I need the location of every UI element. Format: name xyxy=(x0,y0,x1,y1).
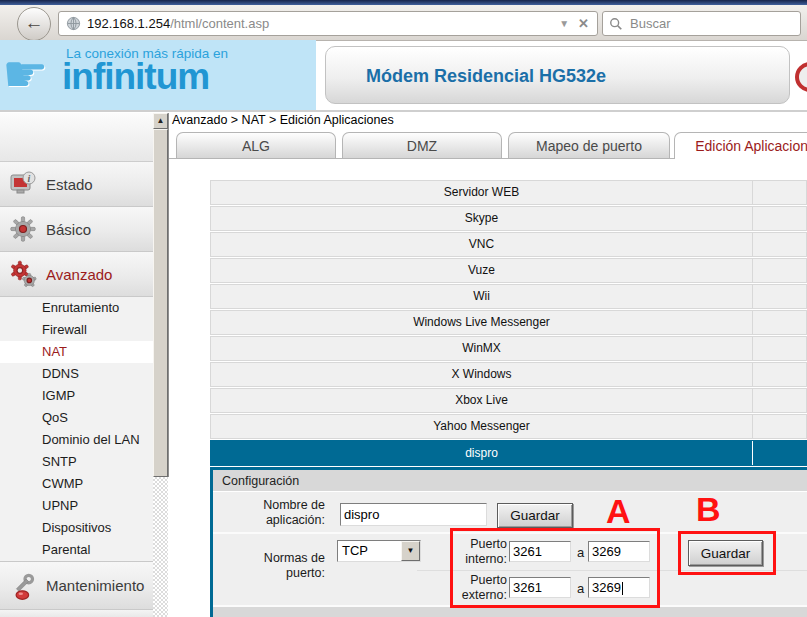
app-name: WinMX xyxy=(211,337,753,360)
sidebar-item-label: Avanzado xyxy=(46,266,112,283)
sidebar-subitem-enrutamiento[interactable]: Enrutamiento xyxy=(0,297,153,319)
app-row[interactable]: Xbox Live xyxy=(210,388,807,413)
app-name: X Windows xyxy=(211,363,753,386)
sidebar-subitem-firewall[interactable]: Firewall xyxy=(0,319,153,341)
status-monitor-icon: i xyxy=(6,169,40,199)
app-row-selected[interactable]: dispro xyxy=(210,440,807,466)
sidebar-subitem-dispositivos[interactable]: Dispositivos xyxy=(0,517,153,539)
sidebar-item-mantenimiento[interactable]: Mantenimiento xyxy=(0,561,153,610)
sidebar-bottom-band xyxy=(0,610,153,617)
annotation-box-a xyxy=(450,528,660,608)
url-stop-icon[interactable]: ✕ xyxy=(578,16,589,31)
wrench-icon xyxy=(6,571,40,601)
tab-dmz[interactable]: DMZ xyxy=(342,132,502,158)
sidebar-subitem-nat[interactable]: NAT xyxy=(0,341,153,363)
sidebar-subitem-sntp[interactable]: SNTP xyxy=(0,451,153,473)
annotation-letter-b: B xyxy=(696,490,721,529)
sidebar-subitem-dominio-del-lan[interactable]: Dominio del LAN xyxy=(0,429,153,451)
url-bar[interactable]: 192.168.1.254/html/content.asp ▼ ✕ xyxy=(58,11,598,36)
back-arrow-icon: ← xyxy=(25,12,44,33)
app-name: VNC xyxy=(211,233,753,256)
sidebar-item-label: Estado xyxy=(46,176,93,193)
sidebar-item-basico[interactable]: Básico xyxy=(0,207,153,252)
annotation-letter-a: A xyxy=(606,492,631,531)
sidebar-item-estado[interactable]: i Estado xyxy=(0,162,153,207)
name-label: Nombre deaplicación: xyxy=(215,498,325,528)
globe-icon xyxy=(66,16,81,31)
sidebar-subitem-upnp[interactable]: UPNP xyxy=(0,495,153,517)
protocol-value: TCP xyxy=(338,541,401,561)
scrollbar-track xyxy=(153,477,168,617)
back-button[interactable]: ← xyxy=(17,7,51,41)
app-row[interactable]: Servidor WEB xyxy=(210,180,807,205)
gears-icon xyxy=(6,260,40,288)
device-title-panel: Módem Residencial HG532e xyxy=(325,46,790,104)
header-divider xyxy=(0,110,807,112)
tab-alg[interactable]: ALG xyxy=(176,132,336,158)
sidebar-top-band xyxy=(0,113,153,162)
app-name: Servidor WEB xyxy=(211,181,753,204)
config-title: Configuración xyxy=(213,470,807,492)
sidebar-subitem-igmp[interactable]: IGMP xyxy=(0,385,153,407)
port-rules-label: Normas depuerto: xyxy=(215,551,325,581)
svg-text:i: i xyxy=(28,173,31,184)
app-name: Xbox Live xyxy=(211,389,753,412)
scrollbar-thumb[interactable] xyxy=(153,129,168,477)
search-input[interactable] xyxy=(628,15,807,32)
sidebar-item-label: Básico xyxy=(46,221,91,238)
app-row[interactable]: Skype xyxy=(210,206,807,231)
app-row[interactable]: Vuze xyxy=(210,258,807,283)
app-row[interactable]: X Windows xyxy=(210,362,807,387)
search-icon xyxy=(609,17,623,31)
save-name-button[interactable]: Guardar xyxy=(497,503,573,528)
sidebar-subitem-cwmp[interactable]: CWMP xyxy=(0,473,153,495)
frame-border xyxy=(168,113,169,477)
logo-brand: infinitum xyxy=(62,56,209,98)
page-title: Módem Residencial HG532e xyxy=(366,66,606,86)
annotation-box-b xyxy=(678,531,776,575)
app-name: Vuze xyxy=(211,259,753,282)
app-row[interactable]: WinMX xyxy=(210,336,807,361)
app-name: Windows Live Messenger xyxy=(211,311,753,334)
url-dropdown-icon[interactable]: ▼ xyxy=(559,18,569,29)
chevron-down-icon: ▼ xyxy=(401,541,420,561)
app-name: Skype xyxy=(211,207,753,230)
browser-window: ← 192.168.1.254/html/content.asp ▼ ✕ ☛ L… xyxy=(0,0,807,617)
sidebar-submenu: Enrutamiento Firewall NAT DDNS IGMP QoS … xyxy=(0,297,153,561)
sidebar-item-avanzado[interactable]: Avanzado xyxy=(0,252,153,297)
power-icon xyxy=(795,62,807,92)
breadcrumb: Avanzado > NAT > Edición Aplicaciones xyxy=(172,113,394,127)
sidebar-item-label: Mantenimiento xyxy=(46,577,144,594)
app-name: dispro xyxy=(211,441,753,465)
app-name: Yahoo Messenger xyxy=(211,415,753,438)
search-bar xyxy=(602,11,801,36)
tab-edicion-aplicaciones[interactable]: Edición Aplicaciones xyxy=(674,132,807,159)
app-row[interactable]: Yahoo Messenger xyxy=(210,414,807,439)
url-path: /html/content.asp xyxy=(170,16,269,31)
application-name-input[interactable] xyxy=(340,503,487,526)
sidebar-subitem-ddns[interactable]: DDNS xyxy=(0,363,153,385)
gear-icon xyxy=(6,215,40,243)
sidebar-subitem-parental[interactable]: Parental xyxy=(0,539,153,561)
app-row[interactable]: Windows Live Messenger xyxy=(210,310,807,335)
app-row[interactable]: VNC xyxy=(210,232,807,257)
sidebar-subitem-qos[interactable]: QoS xyxy=(0,407,153,429)
scrollbar-up-button[interactable]: ▲ xyxy=(153,113,168,129)
url-host: 192.168.1.254 xyxy=(87,16,170,31)
hand-icon: ☛ xyxy=(2,44,49,104)
tab-mapeo-de-puerto[interactable]: Mapeo de puerto xyxy=(508,132,670,158)
app-row[interactable]: Wii xyxy=(210,284,807,309)
app-name: Wii xyxy=(211,285,753,308)
protocol-select[interactable]: TCP ▼ xyxy=(337,540,421,562)
